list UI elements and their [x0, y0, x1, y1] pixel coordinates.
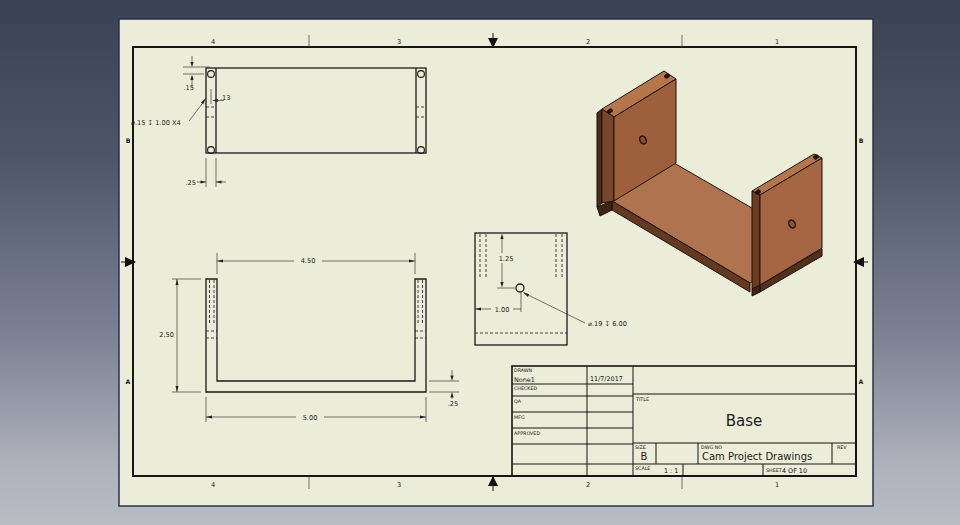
dim-hole-callout: ⌀.19 ↧ 6.00: [588, 320, 627, 328]
dim-inner-width: 4.50: [301, 257, 316, 265]
drawn-date: 11/7/2017: [590, 375, 623, 383]
dwg-no-value: Cam Project Drawings: [702, 451, 812, 462]
zone-letter-left: A: [126, 378, 131, 385]
dim-hole-side: .13: [220, 94, 231, 102]
approved-label: APPROVED: [514, 431, 540, 436]
dim-hole-from-top: 1.25: [499, 255, 514, 263]
zone-number-bottom: 1: [775, 481, 779, 489]
mfg-label: MFG: [514, 415, 525, 420]
scale-label: SCALE: [635, 466, 650, 471]
size-label: SIZE: [635, 445, 646, 450]
rev-label: REV: [837, 445, 847, 450]
zone-number-bottom: 4: [211, 481, 215, 489]
dwg-no-label: DWG NO: [701, 445, 722, 450]
drawing-title: Base: [726, 412, 763, 430]
drawing-canvas: 4 3 2 1 4 3 2 1 B A B A: [0, 0, 960, 525]
zone-number-bottom: 2: [586, 481, 590, 489]
zone-number-top: 1: [775, 38, 779, 46]
sheet-label: SHEET: [766, 468, 782, 473]
checked-label: CHECKED: [514, 386, 538, 391]
zone-number-top: 4: [211, 38, 215, 46]
dim-height: 2.50: [159, 331, 174, 339]
iso-left-wall-outer-edge: [597, 109, 602, 207]
zone-number-top: 3: [397, 38, 401, 46]
zone-letter-right: B: [859, 137, 864, 144]
iso-right-wall-near-edge: [752, 191, 760, 289]
drawn-label: DRAWN: [514, 368, 533, 373]
dim-hole-callout: ⌀.15 ↧ 1.00 X4: [131, 119, 181, 127]
sheet-value: 4 OF 10: [782, 467, 807, 475]
zone-number-top: 2: [586, 38, 590, 46]
dim-hole-from-left: 1.00: [495, 306, 510, 314]
zone-letter-right: A: [859, 378, 864, 385]
dim-overall-width: 5.00: [303, 414, 318, 422]
dim-wall-thickness: .25: [186, 179, 197, 187]
drawn-value: None1: [514, 376, 535, 384]
zone-letter-left: B: [126, 137, 131, 144]
qa-label: QA: [514, 399, 522, 404]
scale-value: 1 : 1: [664, 467, 678, 475]
dim-hole-edge: .15: [184, 84, 195, 92]
title-label: TITLE: [635, 397, 649, 402]
iso-left-wall-near-edge: [602, 109, 614, 203]
zone-number-bottom: 3: [397, 481, 401, 489]
size-value: B: [641, 451, 648, 462]
dim-base-thickness: .25: [448, 400, 459, 408]
